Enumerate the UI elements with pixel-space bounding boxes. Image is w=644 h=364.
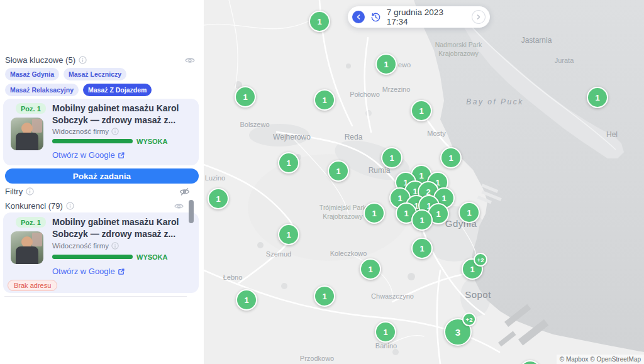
show-tasks-button[interactable]: Pokaż zadania	[5, 168, 199, 184]
keyword-chip[interactable]: Masaż Relaksacyjny	[5, 84, 79, 96]
sidebar: Słowa kluczowe (5) Masaż GdyniaMasaż Lec…	[0, 0, 204, 364]
map-panel[interactable]: Nadmorski ParkKrajobrazowyJastarniaJurat…	[204, 0, 644, 364]
map-marker[interactable]: 1	[364, 202, 385, 224]
date-navigation-bar: 7 grudnia 2023 17:34	[348, 6, 490, 28]
marker-count: 1	[336, 167, 340, 176]
marker-count: 1	[419, 106, 423, 116]
keyword-chip[interactable]: Masaż Z Dojazdem	[83, 84, 152, 96]
competitors-header: Konkurenci (79)	[5, 201, 197, 211]
link-icon	[118, 267, 126, 275]
info-icon[interactable]	[111, 128, 119, 135]
marker-count: 1	[436, 209, 440, 219]
marker-count: 1	[419, 216, 424, 225]
marker-count: 1	[286, 158, 291, 168]
visibility-bar	[52, 255, 133, 259]
marker-count: 1	[322, 96, 326, 105]
map-marker[interactable]: 1	[309, 11, 330, 32]
map-marker[interactable]: 1+2	[462, 258, 483, 280]
keyword-chip[interactable]: Masaż Leczniczy	[64, 68, 126, 80]
marker-count: 1	[372, 209, 376, 218]
no-address-badge: Brak adresu	[8, 280, 57, 291]
map-marker[interactable]: 1	[208, 188, 229, 209]
keywords-header: Słowa kluczowe (5)	[5, 55, 197, 65]
filters-header: Filtry	[5, 187, 197, 196]
marker-count: 1	[595, 93, 599, 102]
eye-icon[interactable]	[185, 57, 195, 64]
link-icon	[118, 151, 126, 159]
marker-count: 1	[448, 153, 453, 163]
map-marker[interactable]: 1	[375, 321, 396, 343]
info-icon[interactable]	[26, 187, 34, 196]
marker-count: 1	[216, 194, 220, 204]
history-clock-icon[interactable]	[370, 12, 381, 23]
info-icon[interactable]	[66, 202, 74, 210]
keywords-title: Słowa kluczowe (5)	[5, 55, 75, 65]
keyword-chip[interactable]: Masaż Gdynia	[5, 68, 59, 80]
marker-count: 1	[467, 208, 471, 218]
eye-icon[interactable]	[174, 202, 184, 210]
business-title: Mobilny gabinet masażu Karol Sobczyk — z…	[52, 102, 196, 126]
open-in-google-link[interactable]: Otwórz w Google	[52, 150, 126, 160]
map-marker[interactable]: 1	[328, 160, 349, 182]
info-icon[interactable]	[111, 242, 119, 250]
map-marker[interactable]: 1	[360, 258, 381, 280]
marker-count: 1	[389, 153, 394, 163]
scrollbar-thumb[interactable]	[189, 200, 194, 223]
eye-off-icon[interactable]	[179, 187, 190, 196]
map-marker[interactable]: 1	[411, 238, 433, 259]
map-marker[interactable]: 1	[235, 86, 256, 108]
divider	[4, 296, 187, 297]
position-badge: Poz. 1	[16, 103, 46, 114]
filters-title: Filtry	[5, 187, 23, 196]
marker-count: 1	[419, 171, 423, 180]
next-date-button[interactable]	[472, 10, 486, 24]
visibility-row: Widoczność firmy	[52, 128, 119, 135]
info-icon[interactable]	[79, 56, 87, 64]
marker-count: 1	[244, 295, 248, 305]
visibility-value: WYSOKA	[136, 138, 168, 145]
current-date: 7 grudnia 2023 17:34	[387, 8, 466, 26]
marker-count: 1	[317, 17, 321, 26]
marker-count: 3	[455, 327, 460, 338]
map-marker[interactable]: 1	[278, 152, 299, 174]
business-avatar	[11, 118, 43, 150]
marker-count: 1	[441, 194, 446, 203]
visibility-row: Widoczność firmy	[52, 242, 119, 250]
marker-count: 1	[470, 265, 474, 274]
competitor-avatar	[11, 231, 43, 264]
marker-count: 1	[368, 265, 372, 274]
visibility-bar	[52, 139, 133, 143]
competitor-title: Mobilny gabinet masażu Karol Sobczyk — z…	[52, 216, 196, 240]
visibility-value: WYSOKA	[136, 253, 168, 261]
marker-extra-badge[interactable]: +2	[474, 253, 487, 267]
map-marker[interactable]: 1	[236, 289, 257, 311]
position-badge: Poz. 1	[16, 217, 46, 228]
marker-count: 1	[286, 230, 291, 240]
marker-count: 1	[384, 60, 388, 69]
marker-count: 1	[243, 92, 247, 102]
map-marker[interactable]: 1	[381, 147, 402, 168]
marker-count: 1	[383, 328, 387, 337]
open-in-google-link[interactable]: Otwórz w Google	[52, 267, 126, 276]
marker-count: 1	[404, 209, 408, 218]
map-marker[interactable]: 1	[411, 209, 433, 231]
map-marker[interactable]: 1	[587, 87, 608, 108]
map-marker[interactable]: 1	[314, 89, 335, 111]
marker-extra-badge[interactable]: +2	[462, 312, 476, 326]
map-marker[interactable]: 3+2	[444, 318, 472, 346]
map-marker[interactable]: 1	[440, 147, 462, 168]
map-marker[interactable]: 1	[314, 285, 335, 307]
map-attribution[interactable]: © Mapbox © OpenStreetMap	[557, 355, 644, 364]
competitor-card[interactable]: Poz. 1 Mobilny gabinet masażu Karol Sobc…	[3, 212, 199, 293]
map-marker[interactable]: 1	[411, 100, 432, 121]
map-marker[interactable]: 1	[278, 224, 299, 245]
business-card[interactable]: Poz. 1 Mobilny gabinet masażu Karol Sobc…	[3, 99, 199, 165]
marker-count: 1	[322, 292, 326, 301]
map-marker[interactable]: 1	[458, 202, 480, 223]
marker-count: 1	[419, 244, 424, 253]
prev-date-button[interactable]	[352, 11, 365, 23]
competitors-title: Konkurenci (79)	[5, 201, 63, 211]
app-window: Słowa kluczowe (5) Masaż GdyniaMasaż Lec…	[0, 0, 644, 364]
marker-count: 1	[397, 194, 402, 203]
map-marker[interactable]: 1	[375, 53, 397, 75]
